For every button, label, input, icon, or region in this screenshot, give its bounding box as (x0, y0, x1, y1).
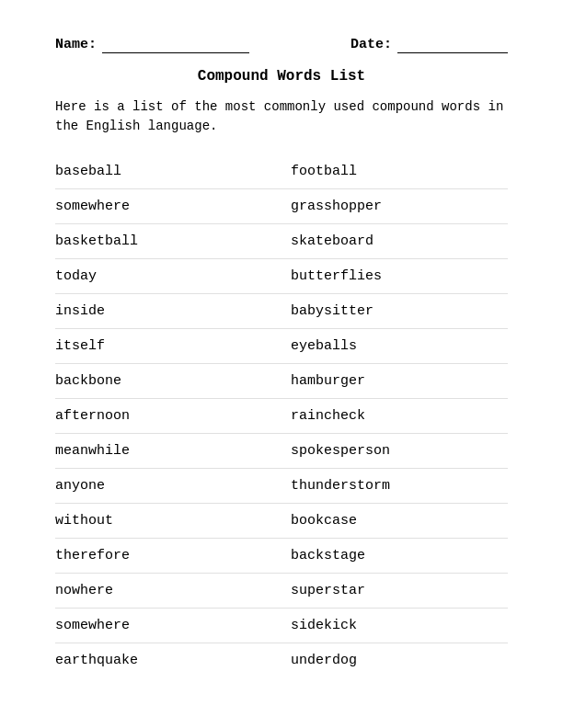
word-right-8: spokesperson (282, 434, 508, 469)
word-left-1: somewhere (55, 189, 282, 224)
name-section: Name: (55, 37, 249, 53)
word-right-13: sidekick (282, 609, 508, 643)
word-left-5: itself (55, 329, 282, 364)
description: Here is a list of the most commonly used… (55, 97, 508, 136)
word-left-2: basketball (55, 224, 282, 259)
word-left-9: anyone (55, 469, 282, 504)
word-right-5: eyeballs (282, 329, 508, 364)
word-left-14: earthquake (55, 643, 282, 677)
name-label: Name: (55, 37, 97, 52)
word-right-6: hamburger (282, 364, 508, 399)
word-right-14: underdog (282, 643, 508, 677)
word-right-12: superstar (282, 574, 508, 609)
word-left-6: backbone (55, 364, 282, 399)
name-field[interactable] (102, 37, 249, 53)
word-right-4: babysitter (282, 294, 508, 329)
word-right-7: raincheck (282, 399, 508, 434)
word-left-0: baseball (55, 154, 282, 189)
date-label: Date: (350, 37, 392, 52)
word-right-0: football (282, 154, 508, 189)
words-grid: baseballfootballsomewheregrasshopperbask… (55, 154, 508, 677)
word-right-2: skateboard (282, 224, 508, 259)
word-right-11: backstage (282, 539, 508, 574)
word-left-8: meanwhile (55, 434, 282, 469)
word-right-1: grasshopper (282, 189, 508, 224)
word-left-11: therefore (55, 539, 282, 574)
word-left-7: afternoon (55, 399, 282, 434)
word-left-10: without (55, 504, 282, 539)
word-right-3: butterflies (282, 259, 508, 294)
page-title: Compound Words List (55, 68, 508, 85)
date-field[interactable] (397, 37, 508, 53)
date-section: Date: (350, 37, 508, 53)
header-row: Name: Date: (55, 37, 508, 53)
word-left-4: inside (55, 294, 282, 329)
word-right-10: bookcase (282, 504, 508, 539)
word-right-9: thunderstorm (282, 469, 508, 504)
word-left-12: nowhere (55, 574, 282, 609)
word-left-13: somewhere (55, 609, 282, 643)
word-left-3: today (55, 259, 282, 294)
